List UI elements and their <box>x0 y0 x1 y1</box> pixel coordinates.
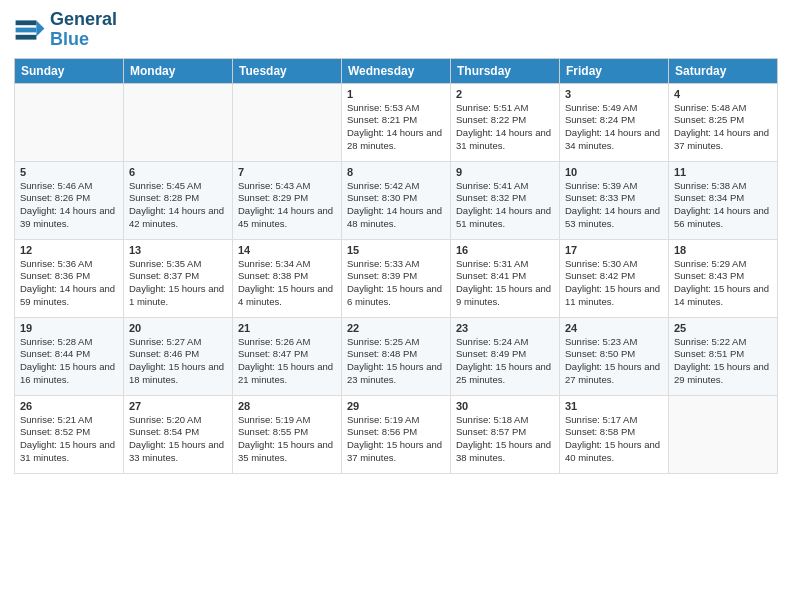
day-header-saturday: Saturday <box>669 58 778 83</box>
day-info: Sunrise: 5:38 AM <box>674 180 772 193</box>
calendar-cell: 14Sunrise: 5:34 AMSunset: 8:38 PMDayligh… <box>233 239 342 317</box>
day-info: Sunrise: 5:36 AM <box>20 258 118 271</box>
day-info: Daylight: 14 hours and 56 minutes. <box>674 205 772 231</box>
day-info: Sunset: 8:36 PM <box>20 270 118 283</box>
svg-rect-4 <box>16 35 37 40</box>
calendar-cell: 27Sunrise: 5:20 AMSunset: 8:54 PMDayligh… <box>124 395 233 473</box>
day-info: Sunrise: 5:19 AM <box>238 414 336 427</box>
week-row-1: 5Sunrise: 5:46 AMSunset: 8:26 PMDaylight… <box>15 161 778 239</box>
calendar-cell: 1Sunrise: 5:53 AMSunset: 8:21 PMDaylight… <box>342 83 451 161</box>
day-info: Daylight: 14 hours and 37 minutes. <box>674 127 772 153</box>
day-info: Sunrise: 5:39 AM <box>565 180 663 193</box>
day-info: Daylight: 15 hours and 21 minutes. <box>238 361 336 387</box>
calendar-cell: 7Sunrise: 5:43 AMSunset: 8:29 PMDaylight… <box>233 161 342 239</box>
day-number: 10 <box>565 166 663 178</box>
day-info: Sunset: 8:30 PM <box>347 192 445 205</box>
day-header-friday: Friday <box>560 58 669 83</box>
day-info: Daylight: 14 hours and 51 minutes. <box>456 205 554 231</box>
calendar-cell: 21Sunrise: 5:26 AMSunset: 8:47 PMDayligh… <box>233 317 342 395</box>
calendar-cell: 22Sunrise: 5:25 AMSunset: 8:48 PMDayligh… <box>342 317 451 395</box>
week-row-3: 19Sunrise: 5:28 AMSunset: 8:44 PMDayligh… <box>15 317 778 395</box>
day-info: Daylight: 15 hours and 16 minutes. <box>20 361 118 387</box>
day-info: Sunset: 8:58 PM <box>565 426 663 439</box>
calendar-cell <box>669 395 778 473</box>
day-info: Sunrise: 5:34 AM <box>238 258 336 271</box>
day-info: Sunset: 8:43 PM <box>674 270 772 283</box>
day-info: Daylight: 15 hours and 6 minutes. <box>347 283 445 309</box>
day-info: Sunset: 8:41 PM <box>456 270 554 283</box>
day-number: 3 <box>565 88 663 100</box>
day-number: 14 <box>238 244 336 256</box>
calendar-cell: 3Sunrise: 5:49 AMSunset: 8:24 PMDaylight… <box>560 83 669 161</box>
calendar-cell: 17Sunrise: 5:30 AMSunset: 8:42 PMDayligh… <box>560 239 669 317</box>
day-header-thursday: Thursday <box>451 58 560 83</box>
day-number: 12 <box>20 244 118 256</box>
day-info: Sunrise: 5:46 AM <box>20 180 118 193</box>
calendar-cell <box>124 83 233 161</box>
day-info: Daylight: 14 hours and 48 minutes. <box>347 205 445 231</box>
day-number: 2 <box>456 88 554 100</box>
day-info: Sunset: 8:46 PM <box>129 348 227 361</box>
day-info: Sunset: 8:49 PM <box>456 348 554 361</box>
day-number: 20 <box>129 322 227 334</box>
day-header-tuesday: Tuesday <box>233 58 342 83</box>
calendar-cell: 18Sunrise: 5:29 AMSunset: 8:43 PMDayligh… <box>669 239 778 317</box>
calendar-cell: 12Sunrise: 5:36 AMSunset: 8:36 PMDayligh… <box>15 239 124 317</box>
week-row-0: 1Sunrise: 5:53 AMSunset: 8:21 PMDaylight… <box>15 83 778 161</box>
day-number: 27 <box>129 400 227 412</box>
day-info: Sunrise: 5:22 AM <box>674 336 772 349</box>
calendar-cell: 19Sunrise: 5:28 AMSunset: 8:44 PMDayligh… <box>15 317 124 395</box>
week-row-2: 12Sunrise: 5:36 AMSunset: 8:36 PMDayligh… <box>15 239 778 317</box>
day-number: 11 <box>674 166 772 178</box>
day-number: 1 <box>347 88 445 100</box>
day-info: Sunset: 8:51 PM <box>674 348 772 361</box>
day-info: Daylight: 15 hours and 27 minutes. <box>565 361 663 387</box>
day-info: Sunset: 8:56 PM <box>347 426 445 439</box>
calendar-cell <box>15 83 124 161</box>
day-info: Sunrise: 5:27 AM <box>129 336 227 349</box>
day-number: 6 <box>129 166 227 178</box>
day-info: Sunrise: 5:53 AM <box>347 102 445 115</box>
day-info: Daylight: 15 hours and 1 minute. <box>129 283 227 309</box>
day-number: 9 <box>456 166 554 178</box>
day-info: Sunrise: 5:45 AM <box>129 180 227 193</box>
day-info: Sunrise: 5:48 AM <box>674 102 772 115</box>
calendar-cell: 28Sunrise: 5:19 AMSunset: 8:55 PMDayligh… <box>233 395 342 473</box>
day-info: Daylight: 14 hours and 53 minutes. <box>565 205 663 231</box>
day-info: Daylight: 15 hours and 29 minutes. <box>674 361 772 387</box>
page: General Blue SundayMondayTuesdayWednesda… <box>0 0 792 484</box>
day-info: Sunset: 8:24 PM <box>565 114 663 127</box>
day-number: 8 <box>347 166 445 178</box>
day-info: Sunset: 8:44 PM <box>20 348 118 361</box>
day-info: Sunrise: 5:31 AM <box>456 258 554 271</box>
calendar-cell: 2Sunrise: 5:51 AMSunset: 8:22 PMDaylight… <box>451 83 560 161</box>
day-number: 28 <box>238 400 336 412</box>
day-number: 24 <box>565 322 663 334</box>
calendar-cell: 25Sunrise: 5:22 AMSunset: 8:51 PMDayligh… <box>669 317 778 395</box>
day-number: 18 <box>674 244 772 256</box>
day-info: Sunset: 8:55 PM <box>238 426 336 439</box>
day-info: Daylight: 15 hours and 18 minutes. <box>129 361 227 387</box>
day-info: Daylight: 15 hours and 11 minutes. <box>565 283 663 309</box>
day-header-wednesday: Wednesday <box>342 58 451 83</box>
day-number: 13 <box>129 244 227 256</box>
day-info: Daylight: 15 hours and 14 minutes. <box>674 283 772 309</box>
header: General Blue <box>14 10 778 50</box>
day-info: Sunset: 8:29 PM <box>238 192 336 205</box>
day-number: 25 <box>674 322 772 334</box>
day-number: 22 <box>347 322 445 334</box>
calendar-cell: 9Sunrise: 5:41 AMSunset: 8:32 PMDaylight… <box>451 161 560 239</box>
day-number: 29 <box>347 400 445 412</box>
day-info: Sunrise: 5:21 AM <box>20 414 118 427</box>
day-number: 30 <box>456 400 554 412</box>
calendar-cell: 24Sunrise: 5:23 AMSunset: 8:50 PMDayligh… <box>560 317 669 395</box>
day-info: Sunset: 8:26 PM <box>20 192 118 205</box>
day-header-monday: Monday <box>124 58 233 83</box>
day-info: Sunset: 8:57 PM <box>456 426 554 439</box>
day-info: Sunrise: 5:29 AM <box>674 258 772 271</box>
day-info: Sunrise: 5:20 AM <box>129 414 227 427</box>
day-info: Sunrise: 5:28 AM <box>20 336 118 349</box>
day-info: Sunrise: 5:25 AM <box>347 336 445 349</box>
day-info: Daylight: 15 hours and 35 minutes. <box>238 439 336 465</box>
day-number: 21 <box>238 322 336 334</box>
